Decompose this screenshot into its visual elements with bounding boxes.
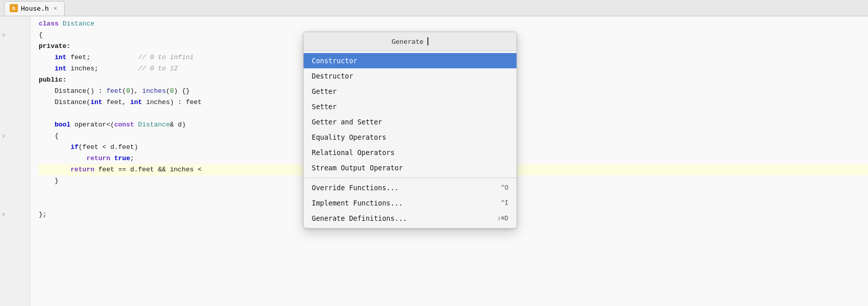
gutter-line-17 xyxy=(0,198,30,209)
dropdown-item-label: Getter xyxy=(312,87,337,95)
gutter-line-16 xyxy=(0,187,30,198)
gutter-line-1 xyxy=(0,18,30,30)
dropdown-item-getter-and-setter[interactable]: Getter and Setter xyxy=(304,114,517,130)
gutter-line-12 xyxy=(0,142,30,153)
dropdown-item-label: Implement Functions... xyxy=(312,199,403,207)
dropdown-item-override-functions[interactable]: Override Functions... ^O xyxy=(304,180,517,195)
dropdown-item-label: Constructor xyxy=(312,57,357,65)
dropdown-item-generate-definitions[interactable]: Generate Definitions... ⇧⌘D xyxy=(304,211,517,226)
text-cursor-icon xyxy=(427,37,428,45)
dropdown-item-shortcut: ⇧⌘D xyxy=(497,215,508,222)
dropdown-item-shortcut: ^O xyxy=(501,184,508,191)
dropdown-item-label: Destructor xyxy=(312,72,353,80)
dropdown-item-destructor[interactable]: Destructor xyxy=(304,68,517,84)
line-gutter: ▽ ▽ ▽ xyxy=(0,16,31,306)
gutter-line-14 xyxy=(0,164,30,175)
gutter-line-15 xyxy=(0,175,30,187)
dropdown-item-label: Getter and Setter xyxy=(312,118,382,126)
fold-arrow-2[interactable]: ▽ xyxy=(2,32,8,38)
tab-close-button[interactable]: × xyxy=(52,5,59,12)
generate-dropdown: Generate Constructor Destructor Getter S… xyxy=(303,32,517,228)
dropdown-item-label: Generate Definitions... xyxy=(312,214,407,222)
dropdown-item-label: Override Functions... xyxy=(312,184,399,192)
dropdown-item-equality-operators[interactable]: Equality Operators xyxy=(304,130,517,145)
dropdown-title: Generate xyxy=(392,38,424,45)
gutter-line-2[interactable]: ▽ xyxy=(0,30,30,41)
gutter-line-7 xyxy=(0,86,30,97)
file-icon: h xyxy=(10,4,18,12)
gutter-line-10 xyxy=(0,119,30,131)
code-line-1: class Distance xyxy=(39,18,868,30)
dropdown-separator-1 xyxy=(304,177,517,178)
gutter-line-3 xyxy=(0,41,30,52)
gutter-line-8 xyxy=(0,97,30,108)
dropdown-item-relational-operators[interactable]: Relational Operators xyxy=(304,145,517,160)
gutter-line-5 xyxy=(0,63,30,74)
tab-bar: h House.h × xyxy=(0,0,868,16)
dropdown-item-label: Relational Operators xyxy=(312,148,395,157)
fold-arrow-18[interactable]: ▽ xyxy=(2,212,8,218)
dropdown-items-list: Constructor Destructor Getter Setter Get… xyxy=(304,51,517,228)
file-tab[interactable]: h House.h × xyxy=(4,1,65,15)
dropdown-item-stream-output-operator[interactable]: Stream Output Operator xyxy=(304,160,517,175)
dropdown-item-implement-functions[interactable]: Implement Functions... ^I xyxy=(304,195,517,211)
fold-arrow-11[interactable]: ▽ xyxy=(2,133,8,139)
gutter-line-11[interactable]: ▽ xyxy=(0,131,30,142)
dropdown-item-shortcut: ^I xyxy=(501,199,508,207)
tab-filename: House.h xyxy=(21,5,49,12)
gutter-line-4 xyxy=(0,52,30,63)
dropdown-header: Generate xyxy=(304,32,517,51)
editor-area: ▽ ▽ ▽ class Distance { private: xyxy=(0,16,868,306)
dropdown-item-label: Stream Output Operator xyxy=(312,164,403,172)
gutter-line-6 xyxy=(0,74,30,86)
gutter-line-13 xyxy=(0,153,30,164)
dropdown-item-getter[interactable]: Getter xyxy=(304,84,517,99)
gutter-line-18[interactable]: ▽ xyxy=(0,209,30,220)
dropdown-item-setter[interactable]: Setter xyxy=(304,99,517,114)
dropdown-item-label: Equality Operators xyxy=(312,133,386,141)
gutter-line-9 xyxy=(0,108,30,119)
dropdown-item-label: Setter xyxy=(312,103,337,111)
dropdown-item-constructor[interactable]: Constructor xyxy=(304,53,517,68)
